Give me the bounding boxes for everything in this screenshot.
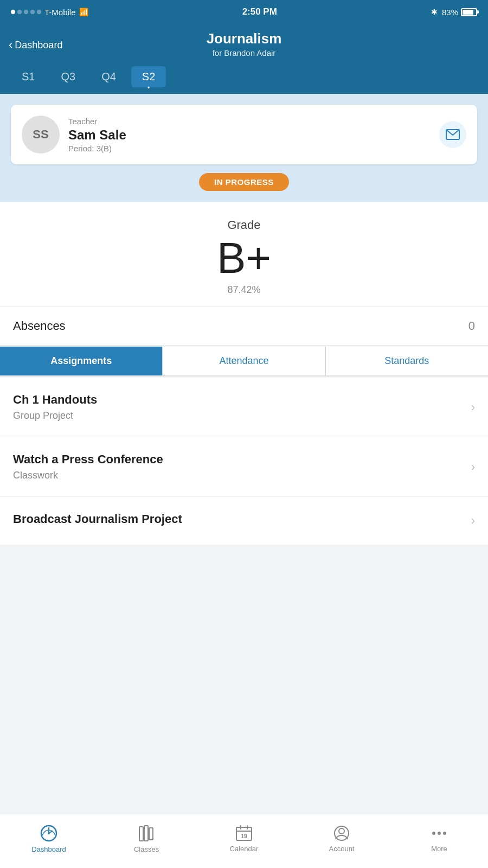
assignment-title-3: Broadcast Journalism Project <box>13 512 182 526</box>
bottom-tab-calendar-label: Calendar <box>230 845 259 853</box>
assignment-item-2[interactable]: Watch a Press Conference Classwork › <box>0 437 488 497</box>
bottom-tab-more[interactable]: More <box>390 814 488 868</box>
grade-percent: 87.42% <box>11 284 477 296</box>
tab-q4[interactable]: Q4 <box>91 66 127 87</box>
classes-icon <box>138 825 155 842</box>
status-left: T-Mobile 📶 <box>11 8 88 17</box>
assignment-details-2: Watch a Press Conference Classwork <box>13 452 163 481</box>
teacher-section: SS Teacher Sam Sale Period: 3(B) IN PROG… <box>0 94 488 202</box>
absences-count: 0 <box>468 319 475 333</box>
calendar-icon: 19 <box>236 825 252 841</box>
teacher-details: Teacher Sam Sale Period: 3(B) <box>68 117 126 153</box>
dot-2 <box>17 10 22 14</box>
assignment-type-1: Group Project <box>13 410 97 422</box>
status-right: ✱ 83% <box>431 8 477 17</box>
svg-point-2 <box>48 832 50 834</box>
dot-5 <box>37 10 41 14</box>
chevron-right-icon-1: › <box>471 400 475 414</box>
svg-point-12 <box>339 828 344 834</box>
battery-bar <box>461 8 477 16</box>
tab-q3[interactable]: Q3 <box>50 66 86 87</box>
assignment-title-1: Ch 1 Handouts <box>13 393 97 407</box>
teacher-card: SS Teacher Sam Sale Period: 3(B) <box>11 105 477 164</box>
battery-percent: 83% <box>442 8 458 17</box>
status-bar: T-Mobile 📶 2:50 PM ✱ 83% <box>0 0 488 24</box>
svg-rect-4 <box>144 826 148 841</box>
assignment-details-3: Broadcast Journalism Project <box>13 512 182 529</box>
bottom-tab-account-label: Account <box>329 845 355 853</box>
dot-3 <box>24 10 28 14</box>
teacher-info: SS Teacher Sam Sale Period: 3(B) <box>22 116 126 154</box>
teacher-name: Sam Sale <box>68 127 126 143</box>
tab-s2[interactable]: S2 <box>131 66 166 87</box>
battery-fill <box>463 10 473 15</box>
absences-label: Absences <box>13 319 66 333</box>
email-teacher-button[interactable] <box>439 121 466 148</box>
grade-label: Grade <box>11 218 477 232</box>
page-subtitle: for Brandon Adair <box>11 48 477 58</box>
dot-4 <box>30 10 35 14</box>
bottom-tab-bar: Dashboard Classes 19 Calendar <box>0 814 488 868</box>
bottom-tab-classes[interactable]: Classes <box>98 814 195 868</box>
content-tabs: Assignments Attendance Standards <box>0 347 488 376</box>
mail-icon <box>446 129 460 140</box>
bottom-tab-dashboard-label: Dashboard <box>31 845 66 853</box>
bottom-tab-calendar[interactable]: 19 Calendar <box>195 814 293 868</box>
assignment-type-2: Classwork <box>13 470 163 481</box>
assignment-details-1: Ch 1 Handouts Group Project <box>13 393 97 422</box>
signal-dots <box>11 10 41 14</box>
assignment-item-3[interactable]: Broadcast Journalism Project › <box>0 497 488 545</box>
absences-row: Absences 0 <box>0 307 488 346</box>
time-display: 2:50 PM <box>242 7 277 17</box>
in-progress-badge: IN PROGRESS <box>199 173 289 191</box>
tab-s1[interactable]: S1 <box>11 66 46 87</box>
header: ‹ Dashboard Journalism for Brandon Adair <box>0 24 488 66</box>
more-icon <box>431 825 447 841</box>
chevron-right-icon-3: › <box>471 514 475 528</box>
bottom-tab-account[interactable]: Account <box>293 814 390 868</box>
bottom-tab-dashboard[interactable]: Dashboard <box>0 814 98 868</box>
tab-standards[interactable]: Standards <box>326 347 488 375</box>
assignment-item-1[interactable]: Ch 1 Handouts Group Project › <box>0 378 488 437</box>
account-icon <box>333 825 350 841</box>
status-badge-container: IN PROGRESS <box>11 173 477 191</box>
bluetooth-icon: ✱ <box>431 8 438 16</box>
svg-rect-5 <box>149 828 153 840</box>
teacher-role-label: Teacher <box>68 117 126 126</box>
carrier-label: T-Mobile <box>44 8 76 17</box>
svg-rect-3 <box>139 827 143 841</box>
assignments-list: Ch 1 Handouts Group Project › Watch a Pr… <box>0 378 488 545</box>
tab-assignments[interactable]: Assignments <box>0 347 163 375</box>
teacher-avatar: SS <box>22 116 60 154</box>
bottom-tab-classes-label: Classes <box>134 845 159 853</box>
period-tabs: S1 Q3 Q4 S2 <box>0 66 488 94</box>
dot-1 <box>11 10 15 14</box>
page-title: Journalism <box>11 30 477 47</box>
chevron-right-icon-2: › <box>471 460 475 474</box>
teacher-period: Period: 3(B) <box>68 144 126 153</box>
svg-text:19: 19 <box>241 833 247 839</box>
bottom-tab-more-label: More <box>431 845 447 853</box>
grade-value: B+ <box>11 234 477 282</box>
tab-attendance[interactable]: Attendance <box>163 347 325 375</box>
battery-container: 83% <box>442 8 477 17</box>
wifi-icon: 📶 <box>79 8 88 16</box>
assignment-title-2: Watch a Press Conference <box>13 452 163 467</box>
dashboard-icon <box>40 825 57 842</box>
grade-section: Grade B+ 87.42% <box>0 202 488 307</box>
